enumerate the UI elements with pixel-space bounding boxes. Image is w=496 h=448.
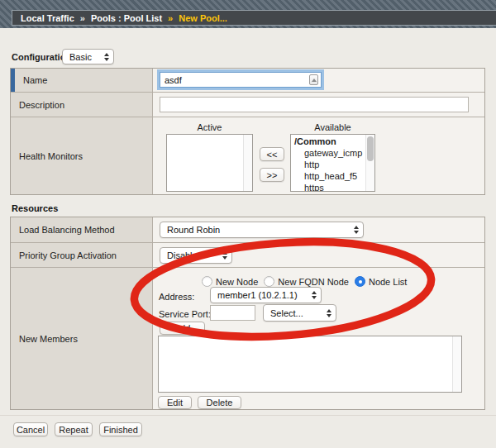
breadcrumb-local-traffic[interactable]: Local Traffic	[21, 13, 74, 23]
monitor-item[interactable]: http_head_f5	[291, 170, 374, 182]
new-members-row: New Members New Node New FQDN Node Node …	[11, 267, 484, 409]
scrollbar-thumb[interactable]	[367, 136, 374, 161]
edit-member-button[interactable]: Edit	[158, 396, 192, 409]
priority-group-select-value: Disabled	[167, 250, 203, 260]
member-type-radio-group: New Node New FQDN Node Node List	[202, 276, 413, 287]
breadcrumb: Local Traffic » Pools : Pool List » New …	[12, 10, 496, 26]
cancel-button[interactable]: Cancel	[13, 422, 48, 436]
scrollbar-track[interactable]	[243, 135, 252, 191]
available-monitors-listbox[interactable]: /Commongateway_icmphttphttp_head_f5https	[290, 134, 375, 192]
service-port-label: Service Port:	[159, 309, 211, 319]
resources-table: Load Balancing Method Round Robin Priori…	[10, 217, 485, 410]
monitor-item[interactable]: gateway_icmp	[291, 147, 374, 159]
address-select-value: member1 (10.2.1.1)	[217, 290, 298, 300]
name-label-text: Name	[23, 75, 47, 85]
select-stepper-icon	[349, 226, 359, 234]
monitor-item[interactable]: http	[291, 159, 374, 170]
service-port-input[interactable]	[210, 305, 255, 321]
monitor-item[interactable]: /Common	[291, 136, 374, 147]
new-pool-page: Local Traffic » Pools : Pool List » New …	[0, 0, 496, 448]
priority-group-label-text: Priority Group Activation	[19, 250, 117, 260]
load-balancing-row: Load Balancing Method Round Robin	[11, 217, 484, 242]
description-row: Description	[11, 92, 484, 117]
health-monitors-row: Health Monitors Active Available << >> /…	[11, 117, 484, 194]
move-to-active-button[interactable]: <<	[260, 147, 284, 161]
description-label: Description	[11, 93, 153, 117]
monitor-item[interactable]: https	[291, 182, 374, 192]
priority-group-select[interactable]: Disabled	[160, 247, 232, 264]
repeat-button[interactable]: Repeat	[55, 422, 93, 436]
new-fqdn-node-radio-label[interactable]: New FQDN Node	[278, 277, 349, 287]
breadcrumb-separator-icon: »	[80, 13, 85, 23]
health-monitors-label: Health Monitors	[11, 117, 153, 194]
breadcrumb-separator-icon: »	[168, 13, 173, 23]
new-members-label: New Members	[11, 268, 153, 409]
name-input[interactable]	[160, 72, 322, 88]
node-list-radio-label[interactable]: Node List	[369, 277, 407, 287]
name-row: Name	[11, 69, 484, 92]
scrollbar-track[interactable]	[452, 336, 461, 392]
finished-button[interactable]: Finished	[99, 422, 142, 436]
available-column-header: Available	[290, 122, 375, 132]
breadcrumb-pool-list[interactable]: Pools : Pool List	[91, 13, 162, 23]
service-port-select-value: Select...	[270, 308, 303, 318]
address-label: Address:	[159, 292, 194, 302]
health-monitors-label-text: Health Monitors	[19, 151, 83, 161]
select-stepper-icon	[307, 291, 317, 299]
autofill-icon[interactable]	[309, 74, 318, 85]
new-members-label-text: New Members	[19, 334, 78, 344]
add-member-button[interactable]: Add	[160, 322, 205, 335]
new-node-radio-label[interactable]: New Node	[216, 277, 258, 287]
description-input[interactable]	[160, 97, 469, 112]
load-balancing-label-text: Load Balancing Method	[19, 225, 115, 235]
load-balancing-select-value: Round Robin	[167, 225, 220, 235]
active-monitors-listbox[interactable]	[166, 134, 253, 192]
active-column-header: Active	[166, 122, 253, 132]
footer-divider	[0, 415, 496, 416]
priority-group-row: Priority Group Activation Disabled	[11, 242, 484, 267]
new-node-radio[interactable]	[202, 276, 212, 287]
new-members-listbox[interactable]	[158, 336, 462, 393]
load-balancing-select[interactable]: Round Robin	[160, 222, 364, 238]
delete-member-button[interactable]: Delete	[198, 396, 241, 409]
service-port-select[interactable]: Select...	[263, 304, 336, 322]
configuration-select-value: Basic	[69, 52, 92, 62]
move-to-available-button[interactable]: >>	[260, 168, 284, 182]
select-stepper-icon	[217, 251, 227, 260]
scrollbar-track[interactable]	[365, 135, 374, 191]
monitor-item-list: /Commongateway_icmphttphttp_head_f5https	[291, 135, 374, 192]
node-list-radio[interactable]	[355, 276, 365, 287]
description-label-text: Description	[19, 100, 64, 110]
load-balancing-label: Load Balancing Method	[11, 217, 153, 242]
address-select[interactable]: member1 (10.2.1.1)	[210, 287, 322, 303]
breadcrumb-new-pool: New Pool...	[179, 13, 227, 23]
configuration-table: Name Description Health Monitors Active …	[10, 68, 485, 195]
select-stepper-icon	[322, 309, 331, 317]
name-label: Name	[11, 69, 153, 92]
configuration-select[interactable]: Basic	[62, 49, 114, 64]
priority-group-label: Priority Group Activation	[11, 243, 153, 267]
resources-heading: Resources	[12, 203, 58, 213]
select-stepper-icon	[99, 53, 109, 61]
new-fqdn-node-radio[interactable]	[264, 276, 274, 287]
